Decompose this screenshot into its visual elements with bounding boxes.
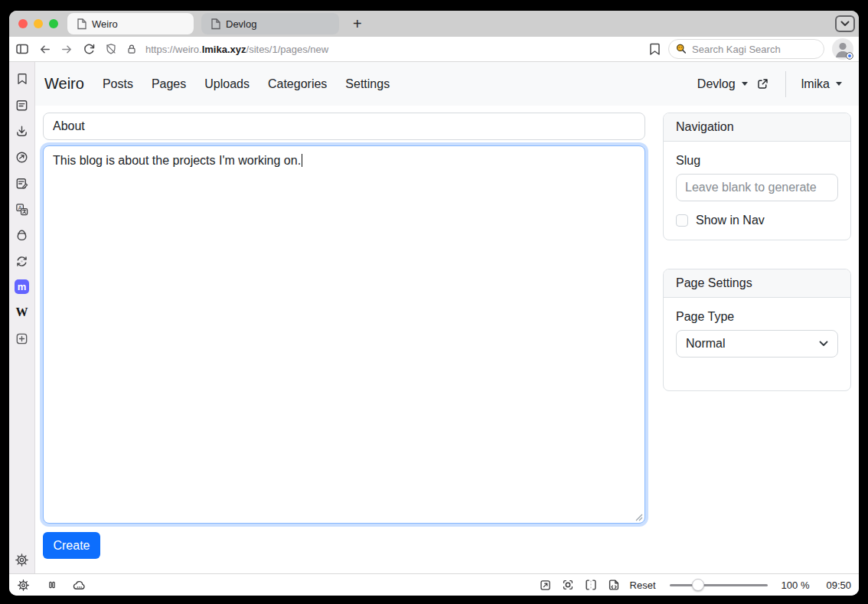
nav-link-categories[interactable]: Categories (268, 77, 327, 91)
clock: 09:50 (826, 580, 851, 591)
reload-icon[interactable] (82, 42, 96, 57)
create-button[interactable]: Create (43, 532, 100, 559)
wikipedia-extension-icon[interactable]: W (15, 305, 30, 320)
tab-label: Devlog (226, 18, 256, 30)
tab-bar: Weiro Devlog + (9, 11, 859, 37)
zoom-slider-knob[interactable] (692, 579, 704, 591)
back-button-icon[interactable] (38, 42, 52, 57)
zoom-slider[interactable] (670, 579, 768, 591)
user-avatar-icon (832, 38, 853, 60)
add-extension-icon[interactable] (15, 331, 30, 346)
page-settings-card-title: Page Settings (664, 269, 850, 298)
tab-label: Weiro (92, 18, 118, 30)
nav-link-posts[interactable]: Posts (103, 77, 133, 91)
pot-icon[interactable] (15, 227, 30, 243)
translate-icon[interactable]: A (15, 201, 30, 217)
navigation-card-title: Navigation (664, 113, 850, 142)
focus-mode-icon[interactable] (561, 578, 575, 592)
chevron-down-icon (840, 21, 850, 27)
app-navbar: Weiro Posts Pages Uploads Categories Set… (35, 62, 859, 106)
downloads-icon[interactable] (15, 123, 30, 139)
caret-down-icon (742, 82, 748, 86)
minimize-window-button[interactable] (34, 19, 43, 28)
tab-devlog[interactable]: Devlog (201, 13, 339, 34)
mastodon-extension-icon[interactable]: m (15, 279, 29, 294)
status-bar: Reset 100 % 09:50 (9, 573, 859, 596)
forward-button-icon[interactable] (60, 42, 74, 57)
sidebar-settings-gear-icon[interactable] (15, 552, 30, 567)
zoom-slider-track[interactable] (670, 584, 768, 586)
send-to-device-icon[interactable] (15, 149, 30, 165)
window-controls (18, 19, 58, 28)
web-page: Weiro Posts Pages Uploads Categories Set… (35, 62, 859, 573)
navbar-divider (785, 71, 786, 97)
bookmarks-icon[interactable] (15, 71, 30, 87)
browser-toolbar: https://weiro.lmika.xyz/sites/1/pages/ne… (9, 37, 859, 62)
extension-sidebar: A m W (9, 62, 35, 573)
page-source-icon[interactable] (607, 578, 621, 592)
zoom-window-button[interactable] (49, 19, 58, 28)
page-type-select[interactable]: Normal (676, 330, 838, 358)
page-icon (210, 18, 220, 30)
user-menu-button[interactable]: lmika (801, 77, 842, 91)
page-title-input[interactable] (43, 113, 645, 140)
page-type-value: Normal (686, 337, 726, 351)
page-body-textarea[interactable]: This blog is about the projects I'm work… (43, 145, 645, 524)
site-menu-button[interactable]: Devlog (697, 77, 748, 91)
url-scheme: https://weiro. (145, 44, 202, 55)
brand-logo[interactable]: Weiro (44, 75, 84, 93)
notes-icon[interactable] (15, 175, 30, 191)
content-blocker-off-icon[interactable] (104, 42, 118, 56)
pause-icon[interactable] (46, 579, 58, 591)
site-menu-label: Devlog (697, 77, 736, 91)
open-site-external-link-icon[interactable] (755, 77, 770, 91)
slug-label: Slug (676, 154, 838, 168)
new-tab-button[interactable]: + (350, 16, 365, 31)
status-settings-gear-icon[interactable] (17, 579, 30, 592)
tab-weiro[interactable]: Weiro (67, 13, 194, 34)
nav-link-pages[interactable]: Pages (152, 77, 186, 91)
app-nav-links: Posts Pages Uploads Categories Settings (103, 77, 390, 91)
zoom-reset-button[interactable]: Reset (630, 580, 656, 591)
sidebar-toggle-icon[interactable] (15, 41, 30, 57)
show-in-nav-label: Show in Nav (696, 214, 765, 227)
zoom-level: 100 % (782, 580, 810, 591)
address-bar[interactable]: https://weiro.lmika.xyz/sites/1/pages/ne… (145, 44, 641, 55)
profile-avatar[interactable] (832, 38, 853, 60)
fullscreen-icon[interactable] (539, 579, 552, 592)
cloud-sync-icon[interactable] (72, 578, 86, 593)
kagi-search-icon (675, 43, 687, 55)
navigation-card: Navigation Slug Show in Nav (663, 113, 851, 240)
lock-icon (126, 43, 138, 55)
tab-overview-button[interactable] (835, 15, 855, 32)
nav-link-settings[interactable]: Settings (345, 77, 390, 91)
slug-input[interactable] (676, 174, 838, 201)
text-caret (302, 154, 302, 167)
chevron-down-icon (819, 341, 828, 347)
user-menu-label: lmika (801, 77, 830, 91)
show-in-nav-checkbox[interactable] (676, 214, 688, 227)
reading-list-icon[interactable] (15, 97, 30, 113)
search-field[interactable] (668, 39, 824, 59)
bookmark-icon[interactable] (649, 43, 661, 56)
split-view-icon[interactable] (584, 578, 598, 592)
page-type-label: Page Type (676, 310, 838, 324)
url-path: /sites/1/pages/new (246, 44, 329, 55)
page-icon (77, 18, 86, 30)
browser-window: Weiro Devlog + h (9, 11, 859, 596)
close-window-button[interactable] (18, 19, 28, 28)
resize-grip-icon[interactable] (635, 513, 643, 521)
caret-down-icon (836, 82, 842, 86)
search-input[interactable] (692, 44, 817, 55)
nav-link-uploads[interactable]: Uploads (204, 77, 250, 91)
page-settings-card: Page Settings Page Type Normal (663, 269, 851, 391)
page-body-text: This blog is about the projects I'm work… (53, 154, 301, 167)
sync-icon[interactable] (15, 253, 30, 269)
url-domain: lmika.xyz (202, 44, 246, 55)
